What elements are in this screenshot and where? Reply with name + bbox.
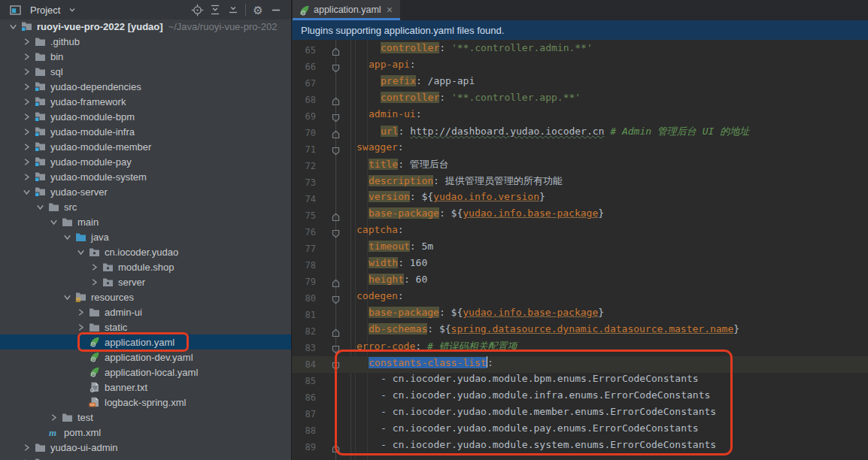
fold-marker-down-icon[interactable] bbox=[332, 62, 340, 71]
code-line-72[interactable]: 72title: 管理后台 bbox=[292, 158, 868, 174]
code-line-74[interactable]: 74version: ${yudao.info.version} bbox=[292, 191, 868, 207]
code-line-68[interactable]: 68controller: '**.controller.app.**' bbox=[292, 92, 868, 108]
tab-close-icon[interactable]: × bbox=[387, 4, 393, 16]
tree-chevron-collapsed-icon[interactable] bbox=[20, 128, 33, 136]
tree-item-yudao-module-member[interactable]: yudao-module-member bbox=[0, 139, 291, 154]
tree-chevron-collapsed-icon[interactable] bbox=[20, 443, 33, 452]
tree-item-src[interactable]: src bbox=[0, 199, 291, 214]
fold-marker-down-icon[interactable] bbox=[332, 112, 340, 121]
tree-chevron-expanded-icon[interactable] bbox=[60, 293, 74, 301]
fold-marker-up-icon[interactable] bbox=[332, 443, 340, 452]
tab-application-yaml[interactable]: application.yaml × bbox=[293, 0, 400, 20]
code-line-85[interactable]: 85- cn.iocoder.yudao.module.bpm.enums.Er… bbox=[292, 373, 868, 389]
tree-chevron-collapsed-icon[interactable] bbox=[20, 83, 33, 91]
code-editor[interactable]: 65controller: '**.controller.admin.**'66… bbox=[292, 40, 868, 460]
fold-marker-up-icon[interactable] bbox=[332, 211, 340, 220]
code-line-66[interactable]: 66app-api: bbox=[292, 59, 868, 75]
code-line-78[interactable]: 78width: 160 bbox=[292, 257, 868, 274]
fold-marker-down-icon[interactable] bbox=[332, 228, 340, 237]
code-line-89[interactable]: 89- cn.iocoder.yudao.module.system.enums… bbox=[292, 439, 868, 455]
code-line-77[interactable]: 77timeout: 5m bbox=[292, 241, 868, 257]
fold-marker-up-icon[interactable] bbox=[332, 327, 340, 336]
tree-chevron-collapsed-icon[interactable] bbox=[87, 278, 101, 286]
tree-item-bin[interactable]: bin bbox=[0, 49, 291, 64]
code-line-82[interactable]: 82db-schemas: ${spring.datasource.dynami… bbox=[292, 323, 868, 340]
tree-item-application-local-yaml[interactable]: application-local.yaml bbox=[0, 365, 291, 380]
tree-item-test[interactable]: test bbox=[0, 410, 291, 425]
tree-chevron-collapsed-icon[interactable] bbox=[87, 263, 101, 271]
tree-chevron-expanded-icon[interactable] bbox=[6, 23, 20, 31]
tree-item-application-dev-yaml[interactable]: application-dev.yaml bbox=[0, 350, 291, 365]
tree-chevron-expanded-icon[interactable] bbox=[47, 218, 60, 226]
code-line-71[interactable]: 71swagger: bbox=[292, 141, 868, 158]
tree-chevron-collapsed-icon[interactable] bbox=[20, 53, 33, 61]
tree-chevron-collapsed-icon[interactable] bbox=[20, 143, 33, 151]
collapse-all-icon[interactable] bbox=[224, 2, 242, 18]
tree-item-yudao-dependencies[interactable]: yudao-dependencies bbox=[0, 79, 291, 94]
code-line-67[interactable]: 67prefix: /app-api bbox=[292, 75, 868, 92]
hide-icon[interactable] bbox=[267, 2, 285, 18]
code-line-79[interactable]: 79height: 60 bbox=[292, 274, 868, 290]
fold-marker-down-icon[interactable] bbox=[332, 343, 340, 353]
fold-marker-up-icon[interactable] bbox=[332, 95, 340, 104]
tree-item-static[interactable]: static bbox=[0, 319, 291, 334]
fold-marker-down-icon[interactable] bbox=[332, 294, 340, 303]
tree-item-yudao-ui-admin[interactable]: yudao-ui-admin bbox=[0, 440, 291, 455]
code-line-70[interactable]: 70url: http://dashboard.yudao.iocoder.cn… bbox=[292, 125, 868, 141]
tree-chevron-collapsed-icon[interactable] bbox=[74, 308, 87, 316]
tree-item-yudao-framework[interactable]: yudao-framework bbox=[0, 94, 291, 109]
tree-item-pom-xml[interactable]: mpom.xml bbox=[0, 425, 291, 440]
fold-marker-up-icon[interactable] bbox=[332, 46, 340, 55]
tree-item-banner-txt[interactable]: banner.txt bbox=[0, 380, 291, 395]
tree-chevron-expanded-icon[interactable] bbox=[20, 188, 33, 196]
tree-chevron-collapsed-icon[interactable] bbox=[20, 173, 33, 181]
tree-chevron-expanded-icon[interactable] bbox=[33, 203, 47, 211]
code-line-84[interactable]: 84constants-class-list: bbox=[292, 356, 868, 373]
code-line-81[interactable]: 81base-package: ${yudao.info.base-packag… bbox=[292, 307, 868, 323]
tree-item-server[interactable]: server bbox=[0, 274, 291, 289]
tree-item-cn-iocoder-yudao[interactable]: cn.iocoder.yudao bbox=[0, 244, 291, 259]
fold-marker-down-icon[interactable] bbox=[332, 145, 340, 154]
locate-icon[interactable] bbox=[188, 2, 206, 18]
chevron-down-icon[interactable] bbox=[63, 2, 81, 18]
fold-marker-down-icon[interactable] bbox=[332, 360, 340, 369]
tree-chevron-collapsed-icon[interactable] bbox=[20, 98, 33, 106]
tree-item--github[interactable]: .github bbox=[0, 34, 291, 49]
tree-chevron-collapsed-icon[interactable] bbox=[47, 413, 60, 422]
tree-chevron-collapsed-icon[interactable] bbox=[74, 323, 87, 331]
tree-item-yudao-module-system[interactable]: yudao-module-system bbox=[0, 169, 291, 184]
tree-item-yudao-module-pay[interactable]: yudao-module-pay bbox=[0, 154, 291, 169]
tree-chevron-collapsed-icon[interactable] bbox=[20, 113, 33, 121]
code-line-80[interactable]: 80codegen: bbox=[292, 290, 868, 307]
tree-item-logback-spring-xml[interactable]: <>logback-spring.xml bbox=[0, 395, 291, 410]
tree-item-ruoyi-vue-pro-2022-yudao-[interactable]: ruoyi-vue-pro-2022 [yudao]~/Java/ruoyi-v… bbox=[0, 19, 291, 34]
tree-item-application-yaml[interactable]: application.yaml bbox=[0, 334, 291, 350]
code-line-69[interactable]: 69admin-ui: bbox=[292, 108, 868, 125]
code-line-76[interactable]: 76captcha: bbox=[292, 224, 868, 241]
code-line-88[interactable]: 88- cn.iocoder.yudao.module.pay.enums.Er… bbox=[292, 422, 868, 439]
tree-item-yudao-module-bpm[interactable]: yudao-module-bpm bbox=[0, 109, 291, 124]
tree-item-partial[interactable] bbox=[0, 455, 291, 460]
tree-chevron-collapsed-icon[interactable] bbox=[20, 158, 33, 166]
tree-chevron-expanded-icon[interactable] bbox=[60, 233, 74, 241]
tree-item-main[interactable]: main bbox=[0, 214, 291, 229]
tree-item-java[interactable]: java bbox=[0, 229, 291, 244]
settings-icon[interactable]: ⚙ bbox=[249, 2, 267, 18]
tree-chevron-collapsed-icon[interactable] bbox=[20, 38, 33, 46]
fold-marker-up-icon[interactable] bbox=[332, 277, 340, 286]
code-line-73[interactable]: 73description: 提供管理员管理的所有功能 bbox=[292, 174, 868, 191]
code-line-83[interactable]: 83error-code: # 错误码相关配置项 bbox=[292, 340, 868, 356]
tree-item-sql[interactable]: sql bbox=[0, 64, 291, 79]
tree-chevron-collapsed-icon[interactable] bbox=[20, 68, 33, 76]
code-line-65[interactable]: 65controller: '**.controller.admin.**' bbox=[292, 42, 868, 59]
code-line-87[interactable]: 87- cn.iocoder.yudao.module.member.enums… bbox=[292, 406, 868, 422]
expand-all-icon[interactable] bbox=[206, 2, 224, 18]
code-line-86[interactable]: 86- cn.iocoder.yudao.module.infra.enums.… bbox=[292, 389, 868, 406]
tree-chevron-expanded-icon[interactable] bbox=[74, 248, 87, 256]
code-line-75[interactable]: 75base-package: ${yudao.info.base-packag… bbox=[292, 207, 868, 224]
tree-item-yudao-module-infra[interactable]: yudao-module-infra bbox=[0, 124, 291, 139]
fold-marker-up-icon[interactable] bbox=[332, 129, 340, 138]
tree-item-resources[interactable]: resources bbox=[0, 289, 291, 304]
tree-item-module-shop[interactable]: module.shop bbox=[0, 259, 291, 274]
tree-item-yudao-server[interactable]: yudao-server bbox=[0, 184, 291, 199]
